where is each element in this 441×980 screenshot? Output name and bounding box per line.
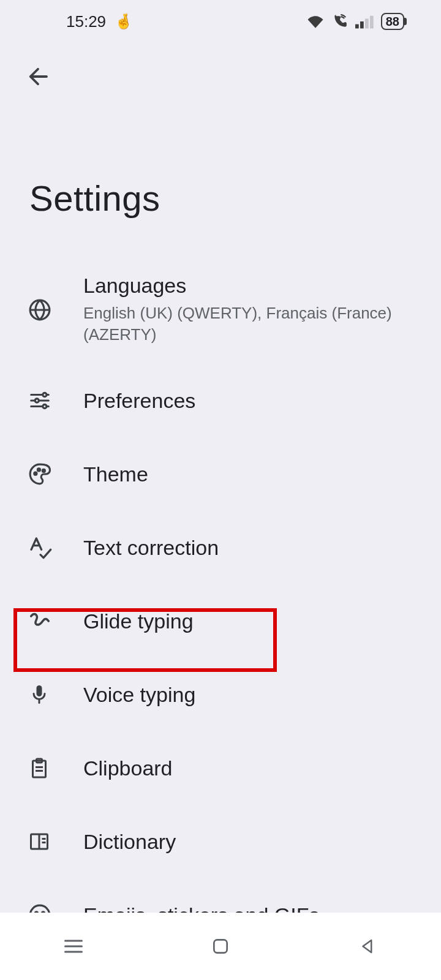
book-icon [28, 831, 83, 853]
settings-item-glide-typing[interactable]: Glide typing [0, 584, 441, 658]
gesture-icon [28, 609, 83, 633]
globe-icon [28, 298, 83, 322]
clipboard-icon [28, 757, 83, 779]
spellcheck-icon [28, 535, 83, 560]
settings-item-theme[interactable]: Theme [0, 437, 441, 511]
tune-icon [28, 389, 83, 412]
wifi-calling-icon [331, 13, 349, 29]
svg-point-17 [42, 912, 45, 913]
nav-recents-button[interactable] [31, 928, 116, 965]
wifi-icon [306, 14, 325, 29]
settings-item-sublabel: English (UK) (QWERTY), Français (France)… [83, 303, 413, 345]
svg-point-10 [42, 470, 45, 472]
settings-item-label: Text correction [83, 536, 413, 560]
svg-point-16 [36, 912, 38, 913]
settings-item-clipboard[interactable]: Clipboard [0, 731, 441, 805]
settings-item-text-correction[interactable]: Text correction [0, 511, 441, 584]
system-nav-bar [0, 913, 441, 980]
settings-list: Languages English (UK) (QWERTY), Françai… [0, 255, 441, 913]
page-title: Settings [0, 110, 441, 255]
settings-item-voice-typing[interactable]: Voice typing [0, 658, 441, 731]
settings-item-label: Languages [83, 274, 413, 298]
settings-item-languages[interactable]: Languages English (UK) (QWERTY), Françai… [0, 255, 441, 364]
settings-item-label: Dictionary [83, 830, 413, 854]
svg-point-6 [35, 399, 39, 402]
settings-item-label: Preferences [83, 389, 413, 413]
emoji-icon [28, 903, 83, 913]
settings-item-label: Clipboard [83, 756, 413, 780]
settings-item-dictionary[interactable]: Dictionary [0, 805, 441, 878]
status-emoji-icon: 🤞 [115, 13, 133, 30]
svg-point-9 [37, 469, 40, 471]
settings-item-label: Glide typing [83, 609, 413, 633]
status-left: 15:29 🤞 [66, 12, 133, 31]
nav-back-button[interactable] [325, 928, 410, 965]
svg-rect-11 [37, 685, 42, 696]
svg-rect-0 [355, 24, 359, 29]
back-button[interactable] [20, 58, 56, 95]
app-bar [0, 43, 441, 110]
svg-point-8 [34, 472, 37, 475]
square-icon [211, 937, 230, 956]
palette-icon [28, 462, 83, 486]
svg-point-5 [43, 393, 47, 397]
nav-home-button[interactable] [178, 928, 263, 965]
settings-item-emojis[interactable]: Emojis, stickers and GIFs [0, 878, 441, 913]
cell-signal-icon [355, 14, 375, 29]
triangle-left-icon [358, 937, 377, 956]
svg-rect-3 [370, 16, 374, 29]
svg-rect-2 [365, 18, 369, 28]
settings-item-label: Emojis, stickers and GIFs [83, 903, 413, 913]
status-right: 88 [306, 13, 404, 30]
battery-level: 88 [386, 15, 399, 28]
battery-icon: 88 [381, 13, 404, 30]
settings-item-label: Theme [83, 462, 413, 486]
mic-icon [28, 684, 83, 706]
content: Settings Languages English (UK) (QWERTY)… [0, 110, 441, 913]
svg-rect-18 [214, 940, 227, 952]
settings-item-label: Voice typing [83, 683, 413, 707]
svg-point-7 [43, 405, 47, 409]
svg-rect-1 [360, 21, 364, 28]
arrow-left-icon [25, 64, 51, 89]
svg-point-15 [30, 905, 50, 913]
menu-icon [62, 938, 85, 955]
settings-item-preferences[interactable]: Preferences [0, 364, 441, 437]
status-bar: 15:29 🤞 88 [0, 0, 441, 43]
status-time: 15:29 [66, 12, 106, 31]
